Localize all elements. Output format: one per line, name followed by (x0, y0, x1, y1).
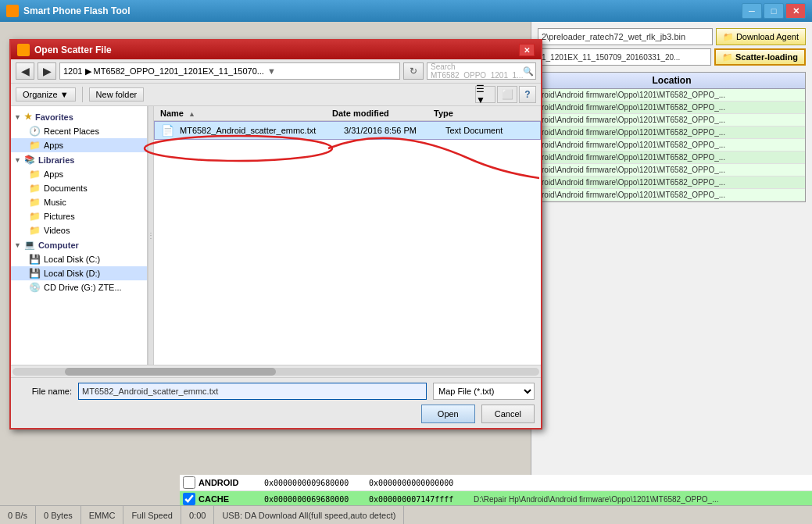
horizontal-scrollbar[interactable] (11, 365, 541, 377)
location-table: Location roid\Android firmware\Oppo\1201… (538, 72, 806, 202)
refresh-button[interactable]: ↻ (403, 62, 424, 80)
col-header-type[interactable]: Type (434, 109, 535, 118)
nav-item-recent-places[interactable]: 🕐 Recent Places (11, 124, 147, 138)
close-button[interactable]: ✕ (785, 3, 806, 19)
col-header-name[interactable]: Name ▲ (160, 109, 332, 118)
nav-item-pictures[interactable]: 📁 Pictures (11, 209, 147, 223)
dialog-action-row: Open Cancel (17, 405, 535, 423)
drive-d-icon: 💾 (28, 268, 41, 279)
sort-arrow-icon: ▲ (188, 110, 195, 118)
favorites-icon: ★ (24, 112, 32, 122)
partition-cache: CACHE (199, 494, 261, 504)
android-checkbox[interactable] (183, 476, 195, 489)
pictures-icon: 📁 (28, 211, 41, 222)
file-icon-txt: 📄 (161, 124, 177, 137)
status-speed-mode: Full Speed (123, 506, 181, 524)
folder-icon: 📁 (723, 32, 734, 42)
file-row-scatter[interactable]: 📄 MT6582_Android_scatter_emmc.txt 3/31/2… (154, 121, 541, 140)
computer-icon: 💻 (24, 240, 35, 250)
location-row: roid\Android firmware\Oppo\1201\MT6582_O… (538, 189, 805, 201)
filename-input[interactable] (78, 383, 427, 400)
col-header-date[interactable]: Date modified (332, 109, 434, 118)
location-row: roid\Android firmware\Oppo\1201\MT6582_O… (538, 127, 805, 139)
cache-addr1: 0x0000000069680000 (264, 495, 366, 504)
scroll-track[interactable] (13, 368, 539, 376)
title-bar: Smart Phone Flash Tool ─ □ ✕ (0, 0, 812, 22)
location-row: roid\Android firmware\Oppo\1201\MT6582_O… (538, 176, 805, 189)
scroll-thumb[interactable] (65, 368, 276, 376)
status-usb: USB: DA Download All(full speed,auto det… (214, 506, 404, 524)
cd-drive-icon: 💿 (28, 282, 41, 293)
nav-item-documents[interactable]: 📁 Documents (11, 181, 147, 195)
filetype-select[interactable]: Map File (*.txt) (433, 383, 535, 400)
cache-addr2: 0x000000007147ffff (369, 495, 470, 504)
nav-item-local-c[interactable]: 💾 Local Disk (C:) (11, 252, 147, 266)
cache-path: D:\Repair Hp\Android\Android firmware\Op… (474, 495, 809, 504)
location-rows: roid\Android firmware\Oppo\1201\MT6582_O… (538, 89, 805, 201)
libraries-icon: 📚 (24, 155, 35, 165)
lib-apps-icon: 📁 (28, 169, 41, 180)
file-type: Text Document (445, 126, 534, 135)
location-header: Location (538, 73, 805, 89)
nav-item-lib-apps[interactable]: 📁 Apps (11, 167, 147, 181)
folder-icon-scatter: 📁 (722, 52, 733, 62)
nav-pane: ▼ ★ Favorites 🕐 Recent Places 📁 Apps ▼ 📚… (11, 106, 148, 365)
dialog-close-button[interactable]: ✕ (519, 44, 535, 56)
file-pane: Name ▲ Date modified Type 📄 MT6582_Andro… (154, 106, 541, 365)
partition-android: ANDROID (199, 478, 261, 487)
app-title: Smart Phone Flash Tool (23, 5, 130, 16)
location-row: roid\Android firmware\Oppo\1201\MT6582_O… (538, 89, 805, 102)
filename-label: File name: (17, 387, 72, 396)
forward-button[interactable]: ▶ (38, 62, 56, 80)
dialog-title-bar: Open Scatter File ✕ (11, 41, 541, 59)
cancel-button[interactable]: Cancel (481, 405, 535, 423)
back-button[interactable]: ◀ (16, 62, 34, 80)
videos-icon: 📁 (28, 225, 41, 236)
preview-button[interactable]: ⬜ (497, 86, 517, 103)
apps-folder-icon: 📁 (28, 140, 41, 151)
nav-item-music[interactable]: 📁 Music (11, 195, 147, 209)
file-list-header: Name ▲ Date modified Type (154, 106, 541, 121)
address-bar: ◀ ▶ 1201 ▶ MT6582_OPPO_1201_1201EX_11_15… (11, 59, 541, 84)
toolbar-separator (82, 87, 83, 102)
computer-expand-icon: ▼ (14, 241, 21, 249)
dialog-title-text: Open Scatter File (34, 45, 112, 55)
resize-handle[interactable]: ⋮ (148, 106, 154, 365)
dialog-bottom-bar: File name: Map File (*.txt) Open Cancel (11, 377, 541, 428)
open-scatter-dialog: Open Scatter File ✕ ◀ ▶ 1201 ▶ MT6582_OP… (9, 39, 542, 430)
file-date: 3/31/2016 8:56 PM (344, 126, 445, 135)
app-background: 2\preloader_ratech72_wet_rlk_jb3.bin 📁 D… (0, 22, 812, 524)
status-time: 0:00 (181, 506, 214, 524)
help-button[interactable]: ? (519, 86, 536, 103)
maximize-button[interactable]: □ (764, 3, 784, 19)
nav-item-videos[interactable]: 📁 Videos (11, 223, 147, 237)
new-folder-button[interactable]: New folder (89, 87, 145, 102)
window-controls: ─ □ ✕ (742, 3, 806, 19)
nav-item-apps[interactable]: 📁 Apps (11, 138, 147, 152)
status-storage: EMMC (81, 506, 124, 524)
location-row: roid\Android firmware\Oppo\1201\MT6582_O… (538, 139, 805, 151)
scatter-loading-button[interactable]: 📁 Scatter-loading (714, 48, 806, 66)
nav-item-cd-drive[interactable]: 💿 CD Drive (G:) ZTE... (11, 280, 147, 294)
dropdown-arrow-icon: ▼ (267, 66, 276, 76)
nav-item-local-d[interactable]: 💾 Local Disk (D:) (11, 266, 147, 280)
expand-icon: ▼ (14, 113, 21, 121)
view-options-button[interactable]: ☰ ▼ (475, 86, 495, 103)
dialog-icon (17, 44, 30, 56)
location-row: roid\Android firmware\Oppo\1201\MT6582_O… (538, 102, 805, 114)
organize-button[interactable]: Organize ▼ (16, 87, 76, 102)
open-button[interactable]: Open (421, 405, 475, 423)
scatter-path: 1_1201EX_11_150709_20160331_20... (538, 48, 711, 66)
minimize-button[interactable]: ─ (742, 3, 762, 19)
documents-icon: 📁 (28, 183, 41, 194)
app-icon (6, 5, 19, 17)
recent-places-icon: 🕐 (28, 126, 41, 137)
search-icon: 🔍 (523, 66, 534, 77)
android-addr2: 0x0000000000000000 (369, 479, 470, 487)
right-panel: 2\preloader_ratech72_wet_rlk_jb3.bin 📁 D… (531, 22, 812, 524)
status-bar: 0 B/s 0 Bytes EMMC Full Speed 0:00 USB: … (0, 505, 812, 524)
download-agent-button[interactable]: 📁 Download Agent (716, 28, 806, 45)
search-box[interactable]: Search MT6582_OPPO_1201_1... 🔍 (427, 62, 536, 80)
cache-checkbox[interactable] (183, 493, 195, 505)
android-addr1: 0x0000000009680000 (264, 479, 366, 487)
